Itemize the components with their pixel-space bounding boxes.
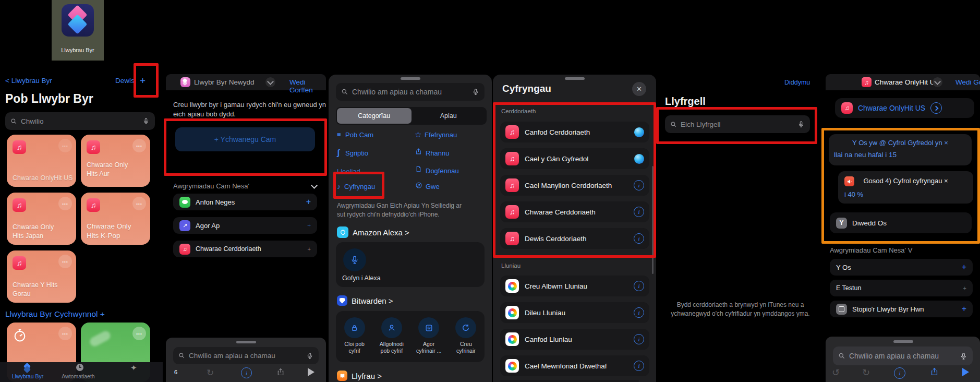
add-shortcut-button[interactable]: +: [140, 75, 146, 87]
action-row[interactable]: Dileu Lluniau i: [500, 302, 649, 323]
sheet-handle[interactable]: [893, 340, 913, 343]
select-button[interactable]: Dewis: [115, 77, 135, 85]
mic-icon[interactable]: [960, 352, 967, 360]
share-icon[interactable]: [276, 367, 285, 376]
nav-chevron-button[interactable]: [933, 77, 942, 87]
shazam-sphere-icon[interactable]: [634, 127, 644, 137]
category-favorites[interactable]: Ffefrynnau: [425, 131, 457, 139]
info-icon[interactable]: i: [634, 233, 644, 244]
info-icon[interactable]: i: [634, 307, 644, 318]
shortcut-tile[interactable]: ♫ ••• Chwarae OnlyHit US: [7, 135, 76, 187]
more-options-icon[interactable]: •••: [132, 327, 146, 340]
action-row[interactable]: Cael Mewnforiad Diwethaf i: [500, 355, 649, 376]
sheet-handle[interactable]: [236, 341, 256, 343]
close-button[interactable]: ✕: [632, 82, 646, 96]
shortcut-tile[interactable]: ♫ ••• Chwarae Only Hits Japan: [7, 193, 76, 245]
set-volume-action-card[interactable]: Gosod 4) Cyfrol cyfryngau × i 40 %: [838, 171, 973, 204]
redo-icon[interactable]: ↻: [207, 367, 214, 378]
action-row[interactable]: ♫ Cael Manylion Cerddoriaeth i: [500, 175, 649, 196]
shortcut-tile[interactable]: ♫ ••• Chwarae Y Hits Gorau: [7, 250, 76, 303]
info-icon[interactable]: i: [634, 281, 644, 291]
nav-chevron-button[interactable]: [265, 77, 275, 87]
suggestion-row[interactable]: E Testun +: [830, 280, 973, 296]
add-suggestion-icon[interactable]: +: [306, 197, 311, 207]
segment-apps[interactable]: Apiau: [412, 108, 486, 124]
mic-icon[interactable]: [306, 352, 313, 360]
run-play-icon[interactable]: [962, 368, 969, 376]
books-section-title[interactable]: Llyfrau >: [352, 372, 382, 380]
alexa-card[interactable]: Gofyn i Alexa: [336, 242, 485, 287]
search-input[interactable]: Chwilio: [5, 112, 155, 130]
more-options-icon[interactable]: •••: [132, 139, 146, 152]
action-search-input[interactable]: Chwilio am apiau a chamau: [336, 83, 485, 101]
action-row[interactable]: ♫ Dewis Cerddoriaeth i: [500, 228, 649, 249]
suggestion-row[interactable]: Y Os +: [830, 259, 973, 276]
end-if-action-card[interactable]: Y Diwedd Os: [830, 212, 972, 233]
play-music-action-card[interactable]: ♫ Chwarae OnlyHit US: [835, 98, 974, 118]
info-icon[interactable]: i: [894, 367, 905, 379]
more-options-icon[interactable]: •••: [58, 255, 72, 268]
add-suggestion-icon[interactable]: +: [962, 262, 966, 272]
action-search-input[interactable]: Chwilio am apiau a chamau: [173, 347, 319, 364]
cancel-button[interactable]: Diddymu: [784, 79, 810, 86]
suggestion-row[interactable]: ♫ Chwarae Cerddoriaeth +: [173, 241, 317, 257]
segment-categories[interactable]: Categorïau: [337, 108, 412, 124]
sheet-handle[interactable]: [565, 77, 585, 80]
info-icon[interactable]: i: [634, 334, 644, 344]
bitwarden-action-create-password[interactable]: Creucyfrinair: [449, 317, 483, 362]
redo-icon[interactable]: ↻: [862, 367, 870, 378]
mic-icon[interactable]: [797, 121, 805, 128]
sheet-handle[interactable]: [401, 77, 420, 80]
done-button[interactable]: Wedi Gorffen: [289, 78, 326, 94]
starter-shortcuts-section-title[interactable]: Llwybrau Byr Cychwynnol +: [5, 309, 105, 319]
suggestion-row[interactable]: Anfon Neges +: [173, 194, 317, 210]
category-sharing[interactable]: Rhannu: [426, 149, 450, 157]
undo-icon[interactable]: ↺: [832, 367, 840, 378]
back-link[interactable]: < Llwybrau Byr: [5, 77, 52, 85]
more-options-icon[interactable]: •••: [58, 197, 72, 210]
bitwarden-action-open-password[interactable]: Agorcyfrinair ...: [412, 317, 446, 362]
action-row[interactable]: Canfod Lluniau i: [500, 329, 649, 350]
add-suggestion-icon[interactable]: +: [963, 285, 966, 291]
tab-shortcuts[interactable]: Llwybrau Byr: [4, 363, 51, 379]
add-suggestion-icon[interactable]: +: [962, 304, 966, 314]
category-scripting[interactable]: Sgriptio: [345, 149, 368, 157]
shortcuts-app-icon[interactable]: [62, 4, 94, 37]
done-button[interactable]: Wedi Gorffen: [955, 78, 980, 86]
library-search-input[interactable]: Eich Llyfrgell: [665, 115, 810, 133]
bitwarden-action-lock[interactable]: Cloi pobcyfrif: [337, 317, 372, 362]
action-search-input[interactable]: Chwilio am apiau a chamau: [833, 347, 973, 365]
action-row[interactable]: Creu Albwm Lluniau i: [500, 276, 649, 296]
more-options-icon[interactable]: •••: [58, 327, 72, 340]
info-icon[interactable]: i: [241, 367, 252, 378]
info-icon[interactable]: i: [634, 207, 644, 217]
mic-icon[interactable]: [472, 88, 479, 96]
category-location[interactable]: Lleoliad: [337, 168, 360, 175]
info-icon[interactable]: i: [634, 361, 644, 371]
if-action-card[interactable]: Y Os yw @ Cyfrol Gyfredol yn × llai na n…: [829, 134, 972, 165]
category-media[interactable]: Cyfryngau: [344, 183, 375, 190]
info-icon[interactable]: i: [634, 180, 644, 190]
more-options-icon[interactable]: •••: [132, 197, 146, 210]
more-options-icon[interactable]: •••: [58, 139, 72, 152]
scrollbar[interactable]: [652, 166, 654, 274]
category-documents[interactable]: Dogfennau: [426, 167, 459, 175]
run-play-icon[interactable]: [308, 368, 314, 376]
mic-icon[interactable]: [142, 117, 150, 125]
bitwarden-section-title[interactable]: Bitwarden >: [352, 296, 393, 305]
bitwarden-action-logout[interactable]: Allgofnodipob cyfrif: [374, 317, 409, 362]
add-suggestion-icon[interactable]: +: [308, 246, 311, 252]
action-row[interactable]: ♫ Chwarae Cerddoriaeth i: [500, 201, 649, 222]
chevron-down-icon[interactable]: [311, 182, 318, 189]
add-suggestion-icon[interactable]: +: [307, 222, 311, 229]
suggestion-row[interactable]: ↗ Agor Ap +: [173, 217, 317, 234]
category-all-actions[interactable]: Pob Cam: [345, 131, 373, 139]
share-icon[interactable]: [930, 367, 939, 376]
category-web[interactable]: Gwe: [426, 183, 440, 190]
shortcut-tile[interactable]: ♫ ••• Chwarae Only Hits Aur: [81, 135, 150, 187]
tab-automation[interactable]: Awtomatiaeth: [55, 363, 102, 379]
shortcut-tile[interactable]: ♫ ••• Chwarae Only Hits K-Pop: [81, 193, 150, 245]
action-row[interactable]: ♫ Canfod Cerddoriaeth: [500, 122, 649, 142]
suggestion-row[interactable]: Stopio'r Llwybr Byr Hwn +: [830, 301, 973, 317]
shazam-sphere-icon[interactable]: [634, 154, 644, 164]
